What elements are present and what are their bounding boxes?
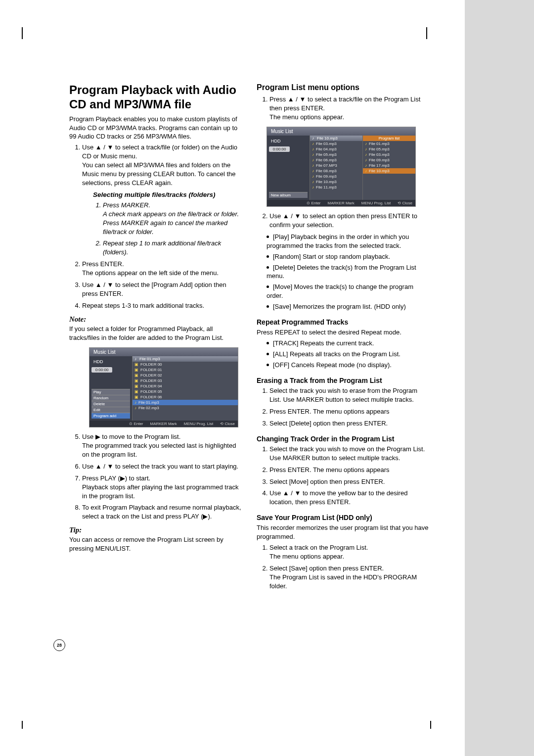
panel2-foot-prog: MENU Prog. List	[361, 201, 391, 205]
panel2-sidebar: HDD 0:00:00 New album	[267, 136, 310, 200]
erase-step-1: Select the track you wish to erase from …	[269, 386, 430, 404]
panel2-rrow-3: ♪File 09.mp3	[363, 157, 415, 163]
panel1-row-8: ♪File 02.mp3	[133, 405, 238, 411]
tip-body: You can access or remove the Program Lis…	[69, 535, 243, 553]
panel1-opt-random: Random	[91, 395, 130, 401]
proglist-step-1-sub: The menu options appear.	[269, 113, 430, 122]
panel2-lrow-6: ♪File 09.mp3	[310, 174, 362, 179]
panel1-opt-programadd: Program add	[91, 413, 130, 419]
proglist-step-2: Use ▲ / ▼ to select an option then press…	[269, 212, 430, 230]
panel1-row-0: ▣FOLDER 00	[133, 362, 238, 367]
save-heading: Save Your Program List (HDD only)	[257, 514, 430, 521]
erase-heading: Erasing a Track from the Program List	[257, 377, 430, 384]
step-3: Use ▲ / ▼ to select the [Program Add] op…	[82, 281, 243, 298]
proglist-options: [Play] Playback begins in the order in w…	[257, 233, 430, 312]
step-2-sub: The options appear on the left side of t…	[82, 269, 243, 278]
erase-step-3: Select [Delete] option then press ENTER.	[269, 419, 430, 428]
panel1-foot-mark: MARKER Mark	[150, 422, 177, 426]
opt-delete: [Delete] Deletes the track(s) from the P…	[267, 263, 430, 281]
erase-steps: Select the track you wish to erase from …	[257, 386, 430, 428]
repeat-off: [OFF] Cancels Repeat mode (no display).	[267, 361, 430, 370]
order-step-4: Use ▲ / ▼ to move the yellow bar to the …	[269, 489, 430, 507]
page-number: 28	[53, 639, 65, 651]
order-step-3: Select [Move] option then press ENTER.	[269, 477, 430, 486]
panel2-lrow-2: ♪File 05.mp3	[310, 152, 362, 157]
panel2-lrow-5: ♪File 08.mp3	[310, 168, 362, 174]
main-steps-cont: Use ▶ to move to the Program list. The p…	[69, 432, 243, 521]
opt-save: [Save] Memorizes the program list. (HDD …	[267, 302, 430, 311]
panel2-rrow-1: ♪File 05.mp3	[363, 146, 415, 152]
save-steps: Select a track on the Program List. The …	[257, 543, 430, 591]
note-heading: Note:	[69, 315, 243, 324]
panel2-file-list: ♪File 10.mp3 ♪File 03.mp3 ♪File 04.mp3 ♪…	[310, 136, 362, 200]
panel1-opt-delete: Delete	[91, 401, 130, 407]
opt-move: [Move] Moves the track(s) to change the …	[267, 283, 430, 300]
panel2-foot-mark: MARKER Mark	[328, 201, 355, 205]
save-text: This recorder memorizes the user program…	[257, 523, 430, 541]
step-5-text: Use ▶ to move to the Program list.	[82, 433, 180, 440]
panel2-lrow-0: ♪File 03.mp3	[310, 141, 362, 146]
repeat-track: [TRACK] Repeats the current track.	[267, 339, 430, 348]
panel2-lrow-3: ♪File 06.mp3	[310, 157, 362, 163]
step-8: To exit Program Playback and resume norm…	[82, 503, 243, 521]
panel1-body: HDD 0:00:00 Play Random Delete Edit Prog…	[89, 356, 238, 421]
proglist-steps-2: Use ▲ / ▼ to select an option then press…	[257, 212, 430, 230]
tip-heading: Tip:	[69, 526, 243, 534]
panel2-rrow-0: ♪File 01.mp3	[363, 141, 415, 146]
step-6: Use ▲ / ▼ to select the track you want t…	[82, 462, 243, 471]
save-step-1-sub: The menu options appear.	[269, 552, 430, 561]
panel2-title: Music List	[267, 127, 415, 136]
save-step-2-sub: The Program List is saved in the HDD's P…	[269, 573, 430, 591]
order-steps: Select the track you wish to move on the…	[257, 445, 430, 507]
panel2-body: HDD 0:00:00 New album ♪File 10.mp3 ♪File…	[267, 136, 415, 200]
panel2-rrow-5: ♪File 10.mp3	[363, 168, 415, 174]
panel1-file-list: ♪File 01.mp3 ▣FOLDER 00 ▣FOLDER 01 ▣FOLD…	[132, 356, 238, 421]
panel2-foot-close: ⟲ Close	[398, 201, 412, 205]
panel2-program-list: Program list ♪File 01.mp3 ♪File 05.mp3 ♪…	[362, 136, 415, 200]
panel2-header: ♪File 10.mp3	[310, 136, 362, 141]
content: Program Playback with Audio CD and MP3/W…	[69, 83, 430, 594]
panel1-foot-prog: MENU Prog. List	[184, 422, 214, 426]
panel1-header: ♪File 01.mp3	[133, 356, 238, 362]
opt-random: [Random] Start or stop random playback.	[267, 252, 430, 261]
panel2-now: File 10.mp3	[317, 136, 338, 141]
crop-mark-bottom-left	[22, 721, 31, 729]
repeat-options: [TRACK] Repeats the current track. [ALL]…	[257, 339, 430, 370]
panel2-lrow-8: ♪File 11.mp3	[310, 185, 362, 190]
proglist-step-1-text: Press ▲ / ▼ to select a track/file on th…	[269, 95, 420, 112]
order-step-1: Select the track you wish to move on the…	[269, 445, 430, 463]
panel2-rrow-2: ♪File 03.mp3	[363, 152, 415, 157]
save-step-2: Select [Save] option then press ENTER. T…	[269, 564, 430, 591]
multi-select-steps: Press MARKER. A check mark appears on th…	[93, 201, 243, 257]
panel2-lrow-7: ♪File 10.mp3	[310, 179, 362, 185]
panel1-foot-enter: ⊙ Enter	[129, 422, 143, 426]
panel1-row-1: ▣FOLDER 01	[133, 367, 238, 373]
panel2-hdd: HDD	[269, 138, 308, 144]
multi-step-1: Press MARKER. A check mark appears on th…	[103, 201, 243, 236]
right-column: Program List menu options Press ▲ / ▼ to…	[257, 83, 430, 594]
panel2-lrow-4: ♪File 07.MP3	[310, 163, 362, 168]
multi-step-1-text: Press MARKER.	[103, 201, 150, 209]
panel1-footer: ⊙ Enter MARKER Mark MENU Prog. List ⟲ Cl…	[89, 421, 238, 427]
crop-marks-top	[0, 27, 534, 42]
step-5-sub: The programmed track you selected last i…	[82, 441, 243, 459]
save-step-1-text: Select a track on the Program List.	[269, 544, 368, 551]
erase-step-2: Press ENTER. The menu options appears	[269, 407, 430, 416]
panel2-progtitle: Program list	[363, 136, 415, 141]
panel1-row-3: ▣FOLDER 03	[133, 378, 238, 383]
panel1-row-2: ▣FOLDER 02	[133, 373, 238, 378]
crop-mark-bottom-right	[430, 721, 439, 729]
step-4: Repeat steps 1-3 to mark additional trac…	[82, 301, 243, 310]
step-1-sub: You can select all MP3/WMA files and fol…	[82, 161, 243, 188]
order-heading: Changing Track Order in the Program List	[257, 435, 430, 443]
multi-step-2: Repeat step 1 to mark additional file/tr…	[103, 239, 243, 257]
save-step-1: Select a track on the Program List. The …	[269, 543, 430, 561]
panel1-time: 0:00:00	[91, 367, 112, 373]
note-body: If you select a folder for Programmed Pl…	[69, 325, 243, 342]
order-step-2: Press ENTER. The menu options appears	[269, 466, 430, 474]
main-heading: Program Playback with Audio CD and MP3/W…	[69, 83, 243, 112]
screenshot-music-list-2: Music List HDD 0:00:00 New album ♪File 1…	[267, 127, 416, 207]
proglist-step-1: Press ▲ / ▼ to select a track/file on th…	[269, 95, 430, 122]
proglist-steps-1: Press ▲ / ▼ to select a track/file on th…	[257, 95, 430, 122]
panel1-row-4: ▣FOLDER 04	[133, 383, 238, 389]
